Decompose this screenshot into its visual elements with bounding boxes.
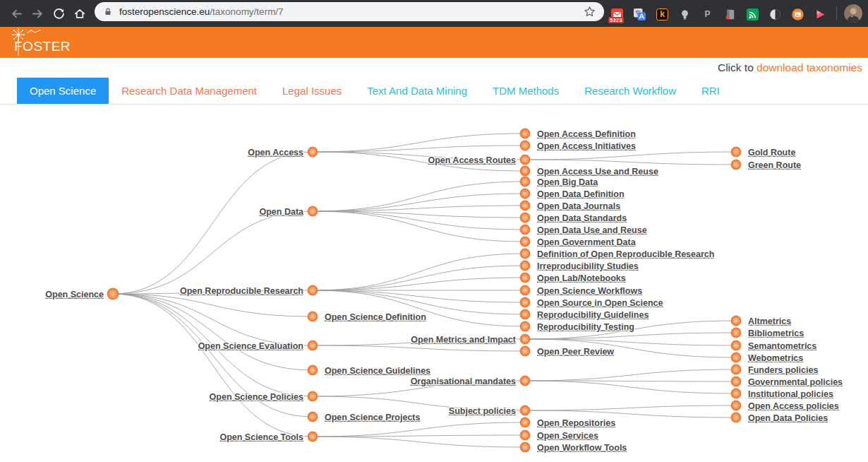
tree-node-open-services[interactable] [521, 431, 529, 439]
tree-label-open-services[interactable]: Open Services [537, 431, 598, 441]
tree-node-institutional-policies[interactable] [732, 389, 740, 398]
tree-label-gold-route[interactable]: Gold Route [748, 148, 795, 158]
tree-label-open-science-workflows[interactable]: Open Science Workflows [537, 286, 642, 296]
tree-node-open-access-definition[interactable] [521, 129, 529, 138]
onetab-icon[interactable] [724, 8, 736, 20]
tree-node-open-data-standards[interactable] [521, 213, 529, 222]
tab-open-science[interactable]: Open Science [17, 78, 109, 104]
tree-label-governmental-policies[interactable]: Governmental policies [748, 377, 843, 387]
tree-label-open-science[interactable]: Open Science [45, 290, 104, 300]
tree-label-open-access-definition[interactable]: Open Access Definition [537, 129, 636, 139]
tree-label-open-science-definition[interactable]: Open Science Definition [325, 312, 426, 322]
tree-node-reproducibility-testing[interactable] [521, 322, 529, 331]
tree-label-open-data-use-and-reuse[interactable]: Open Data Use and Reuse [537, 225, 647, 235]
tree-node-subject-policies[interactable] [521, 406, 529, 415]
tab-research-workflow[interactable]: Research Workflow [572, 78, 689, 104]
translate-icon[interactable] [634, 8, 646, 20]
tree-label-webometrics[interactable]: Webometrics [748, 353, 803, 363]
tree-node-open-access-initiatives[interactable] [521, 141, 529, 150]
cast-icon[interactable] [747, 8, 759, 20]
tree-label-open-access[interactable]: Open Access [248, 148, 303, 158]
tree-node-open-science-definition[interactable] [308, 312, 317, 321]
tree-label-open-science-guidelines[interactable]: Open Science Guidelines [325, 366, 430, 376]
tree-label-open-peer-review[interactable]: Open Peer Review [537, 347, 614, 357]
tree-label-open-metrics-and-impact[interactable]: Open Metrics and Impact [411, 335, 516, 345]
tree-node-open-source-in-open-science[interactable] [521, 298, 529, 307]
tree-label-open-science-policies[interactable]: Open Science Policies [210, 392, 303, 402]
tree-node-open-access-policies[interactable] [732, 401, 740, 410]
tree-label-semantometrics[interactable]: Semantometrics [748, 341, 816, 351]
keepa-icon[interactable]: k [656, 8, 668, 20]
tree-node-reproducibility-guidelines[interactable] [521, 310, 529, 319]
tree-node-open-science-guidelines[interactable] [308, 366, 317, 374]
tree-label-definition-of-open-reproducible-research[interactable]: Definition of Open Reproducible Research [537, 249, 714, 259]
tree-node-bibliometrics[interactable] [732, 328, 740, 337]
tree-label-open-data[interactable]: Open Data [259, 207, 304, 217]
tree-node-funders-policies[interactable] [732, 365, 740, 374]
tree-node-governmental-policies[interactable] [732, 377, 740, 386]
tab-research-data-management[interactable]: Research Data Management [109, 78, 270, 104]
tree-node-open-access[interactable] [308, 148, 317, 156]
tree-label-open-government-data[interactable]: Open Government Data [537, 237, 637, 247]
tree-label-open-access-policies[interactable]: Open Access policies [748, 401, 839, 411]
tree-label-open-data-standards[interactable]: Open Data Standards [537, 213, 627, 223]
tree-node-semantometrics[interactable] [732, 341, 740, 350]
tree-node-open-data-definition[interactable] [521, 189, 529, 198]
tree-label-irreproducibility-studies[interactable]: Irreproducibility Studies [537, 261, 639, 271]
tree-label-open-lab-notebooks[interactable]: Open Lab/Notebooks [537, 273, 626, 283]
tree-label-reproducibility-guidelines[interactable]: Reproducibility Guidelines [537, 310, 649, 320]
tree-node-open-repositories[interactable] [521, 418, 529, 427]
tree-label-open-access-initiatives[interactable]: Open Access Initiatives [537, 141, 636, 151]
tree-label-open-big-data[interactable]: Open Big Data [537, 177, 598, 187]
honey-icon[interactable]: P [701, 8, 713, 20]
tree-label-open-science-evaluation[interactable]: Open Science Evaluation [198, 341, 303, 351]
tree-label-open-science-projects[interactable]: Open Science Projects [325, 413, 421, 422]
tree-node-open-big-data[interactable] [521, 177, 529, 186]
bookmark-star-icon[interactable] [584, 6, 596, 18]
tree-label-open-reproducible-research[interactable]: Open Reproducible Research [180, 286, 303, 296]
tree-label-subject-policies[interactable]: Subject policies [449, 406, 516, 416]
tree-node-open-data-journals[interactable] [521, 201, 529, 210]
tree-label-open-science-tools[interactable]: Open Science Tools [219, 432, 303, 442]
tree-node-open-science[interactable] [108, 289, 118, 299]
tree-node-gold-route[interactable] [732, 148, 740, 156]
tab-text-and-data-mining[interactable]: Text And Data Mining [354, 78, 480, 104]
tree-node-open-data-policies[interactable] [732, 413, 740, 422]
tree-node-webometrics[interactable] [732, 353, 740, 362]
tree-node-open-lab-notebooks[interactable] [521, 273, 529, 282]
tree-label-open-source-in-open-science[interactable]: Open Source in Open Science [537, 298, 663, 308]
tree-label-reproducibility-testing[interactable]: Reproducibility Testing [537, 322, 634, 332]
download-taxonomies-link[interactable]: download taxonomies [757, 61, 862, 73]
tree-label-institutional-policies[interactable]: Institutional policies [748, 389, 833, 399]
tree-label-open-workflow-tools[interactable]: Open Workflow Tools [537, 443, 627, 453]
tree-label-open-data-definition[interactable]: Open Data Definition [537, 189, 625, 199]
tree-node-definition-of-open-reproducible-research[interactable] [521, 249, 529, 258]
back-button[interactable] [6, 3, 27, 24]
tree-node-green-route[interactable] [732, 160, 740, 169]
tree-label-funders-policies[interactable]: Funders policies [748, 365, 818, 375]
tree-node-altmetrics[interactable] [732, 316, 740, 325]
tree-label-open-data-policies[interactable]: Open Data Policies [748, 413, 828, 423]
tree-label-altmetrics[interactable]: Altmetrics [748, 316, 791, 326]
forward-button[interactable] [27, 3, 48, 24]
tree-label-bibliometrics[interactable]: Bibliometrics [748, 328, 804, 338]
tree-node-open-access-routes[interactable] [521, 155, 529, 164]
tree-label-open-access-routes[interactable]: Open Access Routes [428, 155, 516, 165]
profile-avatar[interactable] [844, 4, 862, 23]
tree-node-open-workflow-tools[interactable] [521, 443, 529, 451]
home-button[interactable] [69, 3, 90, 24]
tree-node-open-science-projects[interactable] [308, 413, 317, 421]
tree-node-irreproducibility-studies[interactable] [521, 261, 529, 270]
address-bar[interactable]: fosteropenscience.eu/taxonomy/term/7 [95, 2, 604, 21]
lightbulb-icon[interactable] [679, 8, 691, 20]
tree-node-open-access-use-and-reuse[interactable] [521, 167, 529, 175]
refresh-button[interactable] [48, 3, 69, 24]
tree-node-open-reproducible-research[interactable] [308, 286, 317, 295]
tree-node-open-government-data[interactable] [521, 237, 529, 246]
tab-tdm-methods[interactable]: TDM Methods [480, 78, 572, 104]
logo-text[interactable]: FOSTER [14, 39, 71, 54]
tree-node-open-peer-review[interactable] [521, 347, 529, 355]
tree-node-open-science-tools[interactable] [308, 432, 317, 441]
dark-reader-icon[interactable] [769, 8, 781, 20]
tab-legal-issues[interactable]: Legal Issues [270, 78, 354, 104]
